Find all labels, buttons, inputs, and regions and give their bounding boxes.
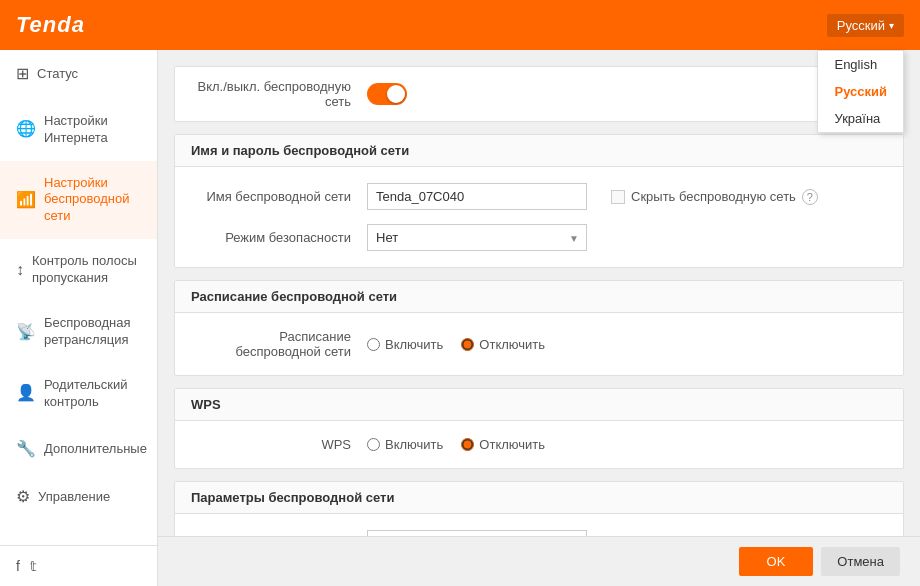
wps-enable-radio[interactable] bbox=[367, 438, 380, 451]
advanced-icon: 🔧 bbox=[16, 439, 36, 460]
wps-enable-label[interactable]: Включить bbox=[367, 437, 443, 452]
schedule-row: Расписание беспроводной сети Включить От… bbox=[191, 329, 887, 359]
lang-current-label: Русский bbox=[837, 18, 885, 33]
schedule-radio-group: Включить Отключить bbox=[367, 337, 545, 352]
wifi-settings-title: Имя и пароль беспроводной сети bbox=[175, 135, 903, 167]
ssid-label: Имя беспроводной сети bbox=[191, 189, 351, 204]
management-icon: ⚙ bbox=[16, 487, 30, 508]
hide-wifi-checkbox[interactable] bbox=[611, 190, 625, 204]
logo: Tenda bbox=[16, 12, 85, 38]
wps-row: WPS Включить Отключить bbox=[191, 437, 887, 452]
wifi-settings-section: Имя и пароль беспроводной сети Имя беспр… bbox=[174, 134, 904, 268]
security-row: Режим безопасности Нет WPA-PSK WPA2-PSK … bbox=[191, 224, 887, 251]
wps-radio-group: Включить Отключить bbox=[367, 437, 545, 452]
sidebar-item-label: Настройки Интернета bbox=[44, 113, 141, 147]
repeater-icon: 📡 bbox=[16, 322, 36, 343]
schedule-disable-label[interactable]: Отключить bbox=[461, 337, 545, 352]
cancel-button[interactable]: Отмена bbox=[821, 547, 900, 576]
schedule-body: Расписание беспроводной сети Включить От… bbox=[175, 313, 903, 375]
schedule-disable-radio[interactable] bbox=[461, 338, 474, 351]
wps-disable-text: Отключить bbox=[479, 437, 545, 452]
wifi-icon: 📶 bbox=[16, 190, 36, 211]
sidebar-item-label: Беспроводная ретрансляция bbox=[44, 315, 141, 349]
internet-icon: 🌐 bbox=[16, 119, 36, 140]
wifi-toggle-label: Вкл./выкл. беспроводную сеть bbox=[191, 79, 351, 109]
security-select-wrap: Нет WPA-PSK WPA2-PSK Mixed WPA/WPA2-PSK … bbox=[367, 224, 587, 251]
lang-option-russian[interactable]: Русский bbox=[818, 78, 903, 105]
ok-button[interactable]: OK bbox=[739, 547, 814, 576]
wifi-toggle-section: Вкл./выкл. беспроводную сеть bbox=[174, 66, 904, 122]
sidebar-footer: f 𝕥 bbox=[0, 545, 157, 586]
sidebar-item-parental[interactable]: 👤 Родительский контроль bbox=[0, 363, 157, 425]
header: Tenda Русский ▾ English Русский Україна bbox=[0, 0, 920, 50]
wps-disable-radio[interactable] bbox=[461, 438, 474, 451]
schedule-section: Расписание беспроводной сети Расписание … bbox=[174, 280, 904, 376]
hide-wifi-help-icon[interactable]: ? bbox=[802, 189, 818, 205]
sidebar-nav: ⊞ Статус 🌐 Настройки Интернета 📶 Настрой… bbox=[0, 50, 157, 545]
security-select[interactable]: Нет WPA-PSK WPA2-PSK Mixed WPA/WPA2-PSK bbox=[367, 224, 587, 251]
hide-wifi-row: Скрыть беспроводную сеть ? bbox=[611, 189, 818, 205]
sidebar-item-label: Родительский контроль bbox=[44, 377, 141, 411]
facebook-link[interactable]: f bbox=[16, 558, 20, 574]
bottom-bar: OK Отмена bbox=[158, 536, 920, 586]
hide-wifi-label: Скрыть беспроводную сеть bbox=[631, 189, 796, 204]
wps-title: WPS bbox=[175, 389, 903, 421]
sidebar-item-bandwidth[interactable]: ↕ Контроль полосы пропускания bbox=[0, 239, 157, 301]
sidebar-item-label: Дополнительные bbox=[44, 441, 147, 458]
wps-label: WPS bbox=[191, 437, 351, 452]
sidebar-item-internet[interactable]: 🌐 Настройки Интернета bbox=[0, 99, 157, 161]
wps-body: WPS Включить Отключить bbox=[175, 421, 903, 468]
ssid-row: Имя беспроводной сети Скрыть беспроводну… bbox=[191, 183, 887, 210]
wps-section: WPS WPS Включить Отключить bbox=[174, 388, 904, 469]
wps-enable-text: Включить bbox=[385, 437, 443, 452]
schedule-title: Расписание беспроводной сети bbox=[175, 281, 903, 313]
schedule-disable-text: Отключить bbox=[479, 337, 545, 352]
language-selector[interactable]: Русский ▾ bbox=[827, 14, 904, 37]
sidebar-item-label: Настройки беспроводной сети bbox=[44, 175, 141, 226]
schedule-enable-label[interactable]: Включить bbox=[367, 337, 443, 352]
layout: ⊞ Статус 🌐 Настройки Интернета 📶 Настрой… bbox=[0, 50, 920, 586]
twitter-link[interactable]: 𝕥 bbox=[30, 558, 37, 574]
sidebar-item-advanced[interactable]: 🔧 Дополнительные bbox=[0, 425, 157, 474]
bandwidth-icon: ↕ bbox=[16, 260, 24, 281]
security-label: Режим безопасности bbox=[191, 230, 351, 245]
sidebar: ⊞ Статус 🌐 Настройки Интернета 📶 Настрой… bbox=[0, 50, 158, 586]
schedule-enable-text: Включить bbox=[385, 337, 443, 352]
schedule-enable-radio[interactable] bbox=[367, 338, 380, 351]
schedule-label: Расписание беспроводной сети bbox=[191, 329, 351, 359]
sidebar-item-label: Контроль полосы пропускания bbox=[32, 253, 141, 287]
sidebar-item-label: Управление bbox=[38, 489, 110, 506]
main-content: Вкл./выкл. беспроводную сеть Имя и парол… bbox=[158, 50, 920, 586]
ssid-input[interactable] bbox=[367, 183, 587, 210]
sidebar-item-wifi[interactable]: 📶 Настройки беспроводной сети bbox=[0, 161, 157, 240]
wifi-toggle-switch[interactable] bbox=[367, 83, 407, 105]
lang-option-ukraine[interactable]: Україна bbox=[818, 105, 903, 132]
params-title: Параметры беспроводной сети bbox=[175, 482, 903, 514]
status-icon: ⊞ bbox=[16, 64, 29, 85]
sidebar-item-repeater[interactable]: 📡 Беспроводная ретрансляция bbox=[0, 301, 157, 363]
sidebar-item-status[interactable]: ⊞ Статус bbox=[0, 50, 157, 99]
sidebar-item-label: Статус bbox=[37, 66, 78, 83]
wps-disable-label[interactable]: Отключить bbox=[461, 437, 545, 452]
language-dropdown: English Русский Україна bbox=[817, 50, 904, 133]
lang-arrow-icon: ▾ bbox=[889, 20, 894, 31]
wifi-settings-body: Имя беспроводной сети Скрыть беспроводну… bbox=[175, 167, 903, 267]
lang-option-english[interactable]: English bbox=[818, 51, 903, 78]
parental-icon: 👤 bbox=[16, 383, 36, 404]
wifi-toggle-row: Вкл./выкл. беспроводную сеть bbox=[175, 67, 903, 121]
sidebar-item-management[interactable]: ⚙ Управление bbox=[0, 473, 157, 522]
